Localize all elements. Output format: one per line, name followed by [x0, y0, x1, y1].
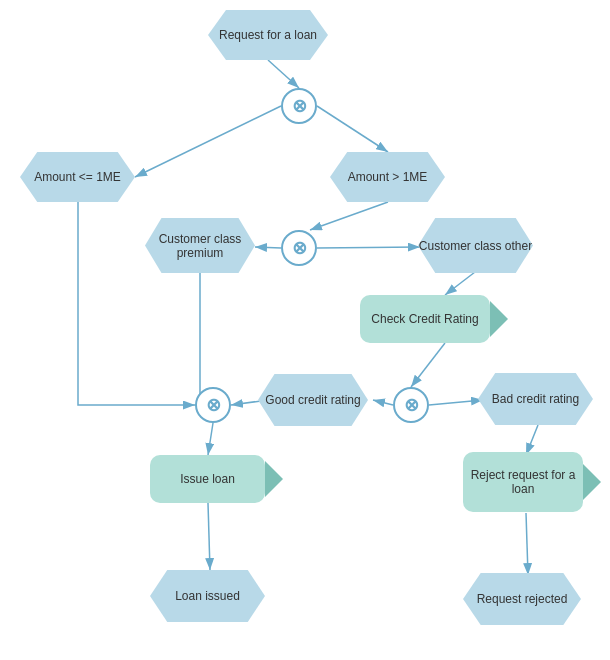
svg-line-7 [445, 272, 475, 295]
svg-line-6 [317, 247, 420, 248]
svg-line-1 [268, 60, 299, 88]
bad-credit-node: Bad credit rating [478, 373, 593, 425]
reject-request-node: Reject request for a loan [463, 452, 583, 512]
amount-gt-node: Amount > 1ME [330, 152, 445, 202]
good-credit-node: Good credit rating [258, 374, 368, 426]
customer-other-node: Customer class other [418, 218, 533, 273]
svg-line-2 [135, 106, 281, 177]
svg-line-3 [317, 106, 388, 152]
svg-line-15 [526, 513, 528, 575]
gateway-1: ⊗ [281, 88, 317, 124]
amount-le-node: Amount <= 1ME [20, 152, 135, 202]
issue-loan-node: Issue loan [150, 455, 265, 503]
gateway-4: ⊗ [393, 387, 429, 423]
request-loan-node: Request for a loan [208, 10, 328, 60]
request-rejected-node: Request rejected [463, 573, 581, 625]
svg-line-13 [208, 503, 210, 570]
svg-line-8 [411, 343, 445, 387]
svg-line-5 [255, 247, 281, 248]
svg-line-14 [526, 425, 538, 455]
gateway-3: ⊗ [195, 387, 231, 423]
svg-line-11 [429, 400, 483, 405]
loan-issued-node: Loan issued [150, 570, 265, 622]
svg-line-9 [373, 400, 393, 405]
flowchart-diagram: Request for a loan ⊗ Amount <= 1ME Amoun… [0, 0, 610, 660]
svg-line-12 [208, 423, 213, 455]
svg-line-4 [310, 202, 388, 230]
customer-premium-node: Customer class premium [145, 218, 255, 273]
check-credit-node: Check Credit Rating [360, 295, 490, 343]
gateway-2: ⊗ [281, 230, 317, 266]
